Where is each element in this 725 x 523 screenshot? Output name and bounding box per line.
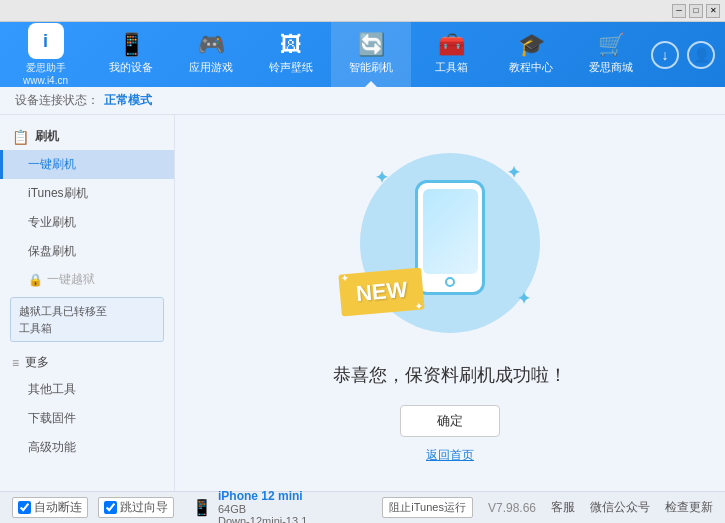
store-label: 爱思商城 <box>589 60 633 75</box>
skip-wizard-check[interactable] <box>104 501 117 514</box>
profile-btn[interactable]: 👤 <box>687 41 715 69</box>
status-value: 正常模式 <box>104 92 152 109</box>
auto-close-check[interactable] <box>18 501 31 514</box>
sidebar-item-advanced[interactable]: 高级功能 <box>0 433 174 462</box>
version-text: V7.98.66 <box>488 501 536 515</box>
bottom-right: 阻止iTunes运行 V7.98.66 客服 微信公众号 检查更新 <box>382 497 713 518</box>
skip-wizard-checkbox[interactable]: 跳过向导 <box>98 497 174 518</box>
device-storage: 64GB <box>218 503 307 515</box>
logo-area: i 爱思助手 www.i4.cn <box>0 23 91 86</box>
status-label: 设备连接状态： <box>15 92 99 109</box>
window-controls: ─ □ ✕ <box>672 4 720 18</box>
restore-btn[interactable]: □ <box>689 4 703 18</box>
sidebar-item-jailbreak-disabled: 🔒 一键越狱 <box>0 266 174 293</box>
device-model: Down-12mini-13,1 <box>218 515 307 524</box>
status-bar: 设备连接状态： 正常模式 <box>0 87 725 115</box>
nav-app-games[interactable]: 🎮 应用游戏 <box>171 22 251 87</box>
download-btn[interactable]: ↓ <box>651 41 679 69</box>
device-info: 📱 iPhone 12 mini 64GB Down-12mini-13,1 <box>192 489 307 524</box>
smart-flash-label: 智能刷机 <box>349 60 393 75</box>
wallpaper-label: 铃声壁纸 <box>269 60 313 75</box>
wallpaper-icon: 🖼 <box>280 34 302 56</box>
sidebar-item-itunes-flash[interactable]: iTunes刷机 <box>0 179 174 208</box>
sparkle-topleft: ✦ <box>375 168 388 187</box>
tutorial-icon: 🎓 <box>518 34 545 56</box>
skip-wizard-label: 跳过向导 <box>120 499 168 516</box>
confirm-button[interactable]: 确定 <box>400 405 500 437</box>
sparkle-bottomright: ✦ <box>517 289 530 308</box>
sparkle-topright: ✦ <box>507 163 520 182</box>
nav-my-device[interactable]: 📱 我的设备 <box>91 22 171 87</box>
nav-right: ↓ 👤 <box>651 41 725 69</box>
device-phone-icon: 📱 <box>192 498 212 517</box>
close-btn[interactable]: ✕ <box>706 4 720 18</box>
phone-home-button <box>445 277 455 287</box>
success-illustration: ✦ ✦ ✦ ✦ NEW ✦ <box>350 143 550 343</box>
sidebar-item-one-click-flash[interactable]: 一键刷机 <box>0 150 174 179</box>
smart-flash-icon: 🔄 <box>358 34 385 56</box>
logo-app-name: 爱思助手 <box>26 61 66 75</box>
check-update-link[interactable]: 检查更新 <box>665 499 713 516</box>
wechat-link[interactable]: 微信公众号 <box>590 499 650 516</box>
sidebar-item-pro-flash[interactable]: 专业刷机 <box>0 208 174 237</box>
device-name: iPhone 12 mini <box>218 489 307 503</box>
bottom-bar: 自动断连 跳过向导 📱 iPhone 12 mini 64GB Down-12m… <box>0 491 725 523</box>
app-games-icon: 🎮 <box>198 34 225 56</box>
sidebar-item-save-flash[interactable]: 保盘刷机 <box>0 237 174 266</box>
nav-toolbox[interactable]: 🧰 工具箱 <box>411 22 491 87</box>
sidebar-item-other-tools[interactable]: 其他工具 <box>0 375 174 404</box>
star-right: ✦ <box>414 300 423 312</box>
nav-items: 📱 我的设备 🎮 应用游戏 🖼 铃声壁纸 🔄 智能刷机 🧰 工具箱 🎓 教程中心… <box>91 22 651 87</box>
star-left: ✦ <box>340 271 349 283</box>
main-area: 📋 刷机 一键刷机 iTunes刷机 专业刷机 保盘刷机 🔒 一键越狱 越狱工具… <box>0 115 725 491</box>
flash-section-icon: 📋 <box>12 129 29 145</box>
success-title: 恭喜您，保资料刷机成功啦！ <box>333 363 567 387</box>
phone-screen <box>423 189 478 274</box>
sidebar-more-title: ≡ 更多 <box>0 346 174 375</box>
my-device-icon: 📱 <box>118 34 145 56</box>
more-lines-icon: ≡ <box>12 356 19 370</box>
sidebar-flash-title: 📋 刷机 <box>0 123 174 150</box>
nav-wallpaper[interactable]: 🖼 铃声壁纸 <box>251 22 331 87</box>
nav-store[interactable]: 🛒 爱思商城 <box>571 22 651 87</box>
my-device-label: 我的设备 <box>109 60 153 75</box>
sidebar: 📋 刷机 一键刷机 iTunes刷机 专业刷机 保盘刷机 🔒 一键越狱 越狱工具… <box>0 115 175 491</box>
title-bar: ─ □ ✕ <box>0 0 725 22</box>
itunes-btn[interactable]: 阻止iTunes运行 <box>382 497 473 518</box>
auto-close-checkbox[interactable]: 自动断连 <box>12 497 88 518</box>
phone-illustration <box>415 180 485 295</box>
sidebar-item-download-firmware[interactable]: 下载固件 <box>0 404 174 433</box>
auto-close-label: 自动断连 <box>34 499 82 516</box>
content-area: ✦ ✦ ✦ ✦ NEW ✦ 恭喜您，保资料刷机成功啦！ 确定 返回首页 <box>175 115 725 491</box>
toolbox-icon: 🧰 <box>438 34 465 56</box>
logo-website: www.i4.cn <box>23 75 68 86</box>
bottom-left: 自动断连 跳过向导 📱 iPhone 12 mini 64GB Down-12m… <box>12 489 307 524</box>
nav-smart-flash[interactable]: 🔄 智能刷机 <box>331 22 411 87</box>
new-text: NEW <box>355 276 408 305</box>
nav-tutorial[interactable]: 🎓 教程中心 <box>491 22 571 87</box>
lock-icon: 🔒 <box>28 273 43 287</box>
customer-service-link[interactable]: 客服 <box>551 499 575 516</box>
tutorial-label: 教程中心 <box>509 60 553 75</box>
app-games-label: 应用游戏 <box>189 60 233 75</box>
sidebar-notice-jailbreak: 越狱工具已转移至工具箱 <box>10 297 164 342</box>
toolbox-label: 工具箱 <box>435 60 468 75</box>
go-back-link[interactable]: 返回首页 <box>426 447 474 464</box>
store-icon: 🛒 <box>598 34 625 56</box>
new-banner: ✦ NEW ✦ <box>338 267 425 316</box>
nav-header: i 爱思助手 www.i4.cn 📱 我的设备 🎮 应用游戏 🖼 铃声壁纸 🔄 … <box>0 22 725 87</box>
flash-section-label: 刷机 <box>35 128 59 145</box>
device-details-group: iPhone 12 mini 64GB Down-12mini-13,1 <box>218 489 307 524</box>
logo-icon: i <box>28 23 64 59</box>
minimize-btn[interactable]: ─ <box>672 4 686 18</box>
